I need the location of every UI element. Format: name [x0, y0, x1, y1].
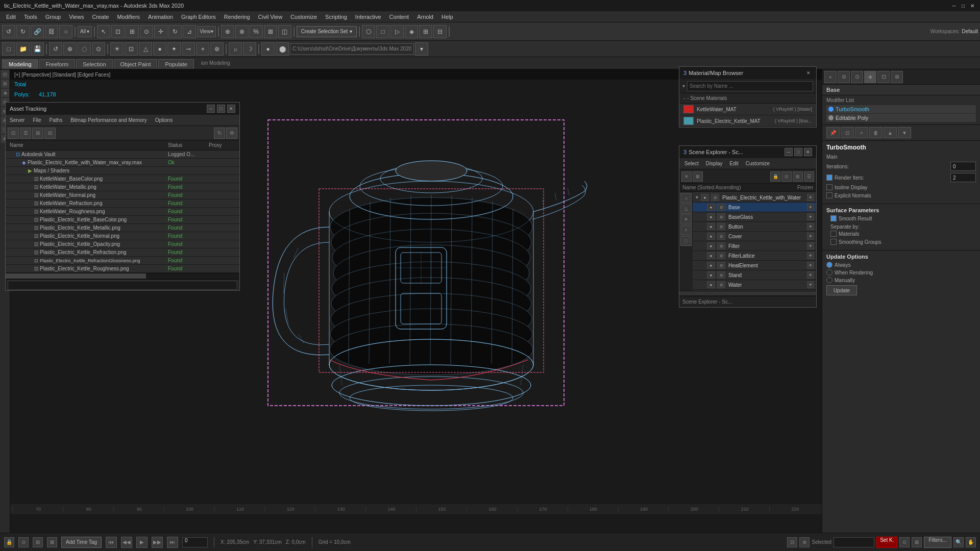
table-row[interactable]: ◈Plastic_Electric_Kettle_with_Water_max_… [6, 159, 239, 167]
abs-mode-btn[interactable]: ⊠ [47, 537, 57, 547]
snap-btn[interactable]: ⊕ [221, 25, 234, 38]
se-minimize-btn[interactable]: ─ [785, 148, 793, 156]
camera2-btn[interactable]: ⌕ [229, 42, 242, 56]
se-freeze-root[interactable]: ✦ [807, 194, 814, 201]
at-grid-icon[interactable]: ⊞ [32, 128, 43, 139]
se-expand-root[interactable]: ▼ [695, 195, 701, 200]
se-eye-base[interactable]: ● [707, 204, 715, 211]
camera3-btn[interactable]: ☽ [243, 42, 256, 56]
modify-panel-icon[interactable]: ⊘ [838, 71, 850, 83]
se-freeze-cover[interactable]: ✦ [807, 233, 814, 240]
table-row[interactable]: ⊡Plastic_Electric_Kettle_Opacity.png Fou… [6, 240, 239, 248]
explicit-normals-cb[interactable] [826, 192, 832, 198]
open-btn[interactable]: 📁 [16, 42, 30, 56]
menu-item-scripting[interactable]: Scripting [321, 13, 351, 21]
add-time-tag-btn[interactable]: Add Time Tag [61, 537, 102, 548]
menu-item-interactive[interactable]: Interactive [351, 13, 385, 21]
se-eye-filter[interactable]: ● [707, 242, 715, 249]
save-btn[interactable]: 💾 [31, 42, 44, 56]
se-render-water[interactable]: ⊙ [717, 281, 725, 288]
mod-add-btn[interactable]: + [855, 127, 868, 138]
se-render-bg[interactable]: ⊙ [717, 213, 725, 220]
se-menu-select[interactable]: Select [681, 160, 702, 167]
bone-btn[interactable]: ⊸ [182, 42, 195, 56]
menu-item-create[interactable]: Create [88, 13, 113, 21]
at-minimize-btn[interactable]: ─ [207, 105, 215, 113]
status-lock-btn[interactable]: ⊡ [787, 537, 797, 547]
se-eye-root[interactable]: ● [701, 194, 709, 201]
new-btn[interactable]: □ [2, 42, 15, 56]
modifier-turbosmooth[interactable]: TurboSmooth [826, 105, 976, 113]
play-btn[interactable]: ▶ [136, 537, 148, 548]
se-eye-fl[interactable]: ● [707, 252, 715, 259]
se-cam-icon[interactable]: ⌕ [680, 193, 692, 203]
snap2-btn[interactable]: ⊗ [235, 25, 249, 38]
se-lock-btn[interactable]: 🔒 [770, 171, 780, 182]
view-dropdown[interactable]: View▾ [197, 26, 216, 37]
snap-status-btn[interactable]: ⊙ [18, 537, 29, 547]
se-light-icon[interactable]: ☀ [680, 214, 692, 224]
tab-modeling[interactable]: Modeling [2, 59, 38, 69]
se-eye-button[interactable]: ● [707, 223, 715, 230]
se-object-button[interactable]: ● ⊙ Button ✦ [693, 222, 816, 232]
show-all-btn[interactable]: ⊡ [841, 127, 854, 138]
se-root-row[interactable]: ▼ ● ⊙ Plastic_Electric_Kettle_with_Water… [693, 193, 816, 203]
se-freeze-filter[interactable]: ✦ [807, 242, 814, 249]
slate-btn[interactable]: ⊟ [433, 25, 447, 38]
browse-btn[interactable]: ▾ [415, 42, 428, 56]
at-status-input[interactable] [8, 281, 237, 290]
se-object-heatelement[interactable]: ● ⊙ HeatElement ✦ [693, 261, 816, 270]
se-render-fl[interactable]: ⊙ [717, 252, 725, 259]
select-region-btn[interactable]: ⊡ [111, 25, 125, 38]
bind-btn[interactable]: ○ [59, 25, 72, 38]
at-menu-server[interactable]: Server [8, 116, 27, 124]
mb-close-btn[interactable]: ✕ [805, 69, 812, 77]
se-freeze-stand[interactable]: ✦ [807, 271, 814, 279]
menu-item-modifiers[interactable]: Modifiers [113, 13, 144, 21]
at-refresh-icon[interactable]: ↻ [214, 128, 225, 139]
render-setup-btn[interactable]: □ [376, 25, 389, 38]
next-key-btn[interactable]: ▶▶ [152, 537, 163, 548]
iterations-value[interactable]: 0 [950, 162, 976, 171]
menu-item-civil view[interactable]: Civil View [254, 13, 286, 21]
menu-item-content[interactable]: Content [385, 13, 413, 21]
mod-del-btn[interactable]: 🗑 [869, 127, 883, 138]
se-freeze-base[interactable]: ✦ [807, 204, 814, 211]
nav-zoom-btn[interactable]: 🔍 [953, 537, 964, 547]
unlink-btn[interactable]: ⛓ [45, 25, 58, 38]
create-panel-icon[interactable]: + [824, 71, 837, 83]
at-close-btn[interactable]: ✕ [227, 105, 235, 113]
se-object-water[interactable]: ● ⊙ Water ✦ [693, 280, 816, 290]
move-btn[interactable]: ✛ [154, 25, 167, 38]
camera-btn[interactable]: ⊡ [125, 42, 138, 56]
isoline-cb[interactable] [826, 184, 832, 190]
se-close-btn[interactable]: ✕ [804, 148, 812, 156]
table-row[interactable]: ⊡Plastic_Electric_Kettle_Refraction.png … [6, 248, 239, 257]
menu-item-views[interactable]: Views [65, 13, 88, 21]
key-mode-btn[interactable]: ⊙ [899, 537, 910, 547]
mb-search-input[interactable] [687, 81, 813, 91]
close-btn[interactable]: ✕ [969, 2, 976, 9]
mtl-editor-btn[interactable]: ◈ [405, 25, 418, 38]
key-btn[interactable]: ● [261, 42, 275, 56]
status-filter-btn[interactable]: ⊛ [799, 537, 810, 547]
se-freeze-bg[interactable]: ✦ [807, 213, 814, 220]
when-rendering-radio[interactable] [826, 269, 832, 276]
render-iters-value[interactable]: 2 [950, 173, 976, 182]
select-btn[interactable]: ↖ [97, 25, 110, 38]
se-object-cover[interactable]: ● ⊙ Cover ✦ [693, 232, 816, 241]
table-row[interactable]: ⊡KettleWater_Metallic.png Found [6, 183, 239, 191]
table-row[interactable]: ⊡Plastic_Electric_Kettle_RefractionGloss… [6, 257, 239, 265]
table-row[interactable]: ⊡Plastic_Electric_Kettle_Metallic.png Fo… [6, 224, 239, 232]
se-freeze-he[interactable]: ✦ [807, 262, 814, 269]
light-btn[interactable]: ☀ [110, 42, 124, 56]
at-vault-icon[interactable]: ⊡ [8, 128, 19, 139]
mb-toggle[interactable]: - [683, 95, 685, 101]
se-render-stand[interactable]: ⊙ [717, 271, 725, 279]
table-row[interactable]: ⊡KettleWater_Refraction.png Found [6, 199, 239, 208]
prev-frame-btn[interactable]: ⏮ [106, 537, 117, 548]
tab-populate[interactable]: Populate [158, 59, 193, 69]
nav-pan-btn[interactable]: ✋ [966, 537, 976, 547]
at-menu-file[interactable]: File [31, 116, 43, 124]
filters-btn[interactable]: Filters... [924, 537, 951, 548]
